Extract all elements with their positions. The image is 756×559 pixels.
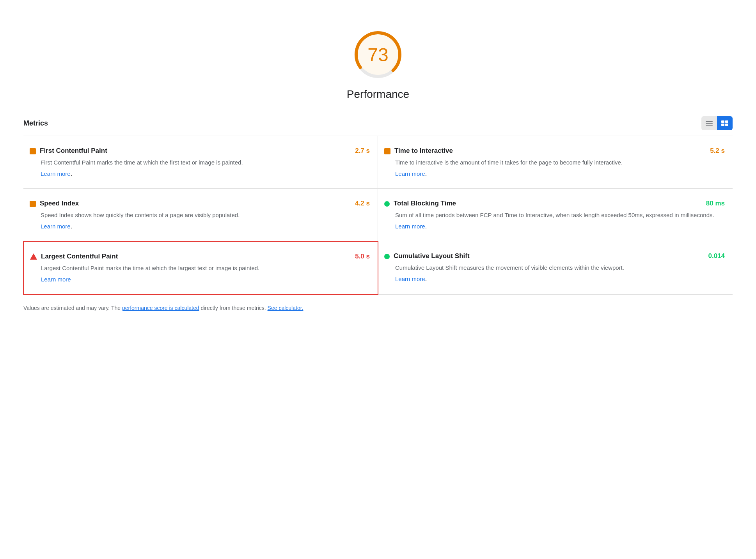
score-circle: 73 — [351, 27, 405, 82]
cls-icon — [384, 254, 390, 259]
tti-description: Time to interactive is the amount of tim… — [395, 158, 725, 167]
metric-lcp: Largest Contentful Paint 5.0 s Largest C… — [23, 241, 378, 295]
cls-value: 0.014 — [708, 252, 725, 260]
cls-description: Cumulative Layout Shift measures the mov… — [395, 263, 725, 272]
view-toggle — [701, 116, 733, 130]
svg-rect-7 — [725, 120, 728, 123]
si-description: Speed Index shows how quickly the conten… — [41, 211, 370, 220]
fcp-description: First Contentful Paint marks the time at… — [41, 158, 370, 167]
si-period: . — [71, 223, 72, 230]
fcp-value: 2.7 s — [355, 147, 370, 155]
svg-rect-8 — [721, 124, 724, 126]
metric-cls: Cumulative Layout Shift 0.014 Cumulative… — [378, 241, 733, 294]
si-value: 4.2 s — [355, 200, 370, 207]
svg-rect-9 — [725, 124, 728, 126]
metrics-title: Metrics — [23, 119, 48, 127]
lcp-icon — [30, 253, 37, 260]
si-icon — [30, 201, 36, 207]
fcp-period: . — [71, 170, 72, 177]
svg-rect-4 — [706, 123, 713, 124]
footer-text-middle: directly from these metrics. — [199, 305, 268, 311]
tbt-description: Sum of all time periods between FCP and … — [395, 211, 725, 220]
tbt-learn-more[interactable]: Learn more — [395, 223, 425, 230]
detail-view-button[interactable] — [717, 116, 733, 130]
score-label: Performance — [347, 88, 409, 101]
metrics-section: Metrics — [23, 116, 733, 295]
metric-si: Speed Index 4.2 s Speed Index shows how … — [23, 189, 378, 241]
tti-value: 5.2 s — [710, 147, 725, 155]
metrics-grid: First Contentful Paint 2.7 s First Conte… — [23, 136, 733, 295]
footer-note: Values are estimated and may vary. The p… — [23, 304, 733, 312]
tbt-icon — [384, 201, 390, 207]
performance-score-link[interactable]: performance score is calculated — [122, 305, 199, 311]
fcp-title: First Contentful Paint — [40, 147, 345, 155]
svg-rect-6 — [721, 120, 724, 123]
svg-rect-3 — [706, 121, 713, 122]
tbt-title: Total Blocking Time — [394, 200, 696, 207]
svg-rect-5 — [706, 125, 713, 126]
metric-fcp: First Contentful Paint 2.7 s First Conte… — [23, 136, 378, 189]
tbt-value: 80 ms — [706, 200, 725, 207]
fcp-learn-more[interactable]: Learn more — [41, 170, 71, 177]
metric-tti: Time to Interactive 5.2 s Time to intera… — [378, 136, 733, 189]
tti-icon — [384, 148, 390, 154]
tti-period: . — [425, 170, 427, 177]
cls-period: . — [425, 276, 427, 282]
si-learn-more[interactable]: Learn more — [41, 223, 71, 230]
cls-learn-more[interactable]: Learn more — [395, 276, 425, 282]
tbt-period: . — [425, 223, 427, 230]
score-value: 73 — [367, 44, 388, 65]
si-title: Speed Index — [40, 200, 345, 207]
cls-title: Cumulative Layout Shift — [394, 252, 698, 260]
metric-tbt: Total Blocking Time 80 ms Sum of all tim… — [378, 189, 733, 241]
lcp-title: Largest Contentful Paint — [41, 253, 345, 260]
fcp-icon — [30, 148, 36, 154]
tti-title: Time to Interactive — [394, 147, 700, 155]
score-section: 73 Performance — [23, 16, 733, 101]
lcp-description: Largest Contentful Paint marks the time … — [41, 264, 370, 273]
metrics-header: Metrics — [23, 116, 733, 136]
list-view-button[interactable] — [701, 116, 717, 130]
tti-learn-more[interactable]: Learn more — [395, 170, 425, 177]
footer-text-before: Values are estimated and may vary. The — [23, 305, 122, 311]
lcp-learn-more[interactable]: Learn more — [41, 276, 71, 283]
calculator-link[interactable]: See calculator. — [268, 305, 303, 311]
lcp-value: 5.0 s — [355, 253, 370, 260]
